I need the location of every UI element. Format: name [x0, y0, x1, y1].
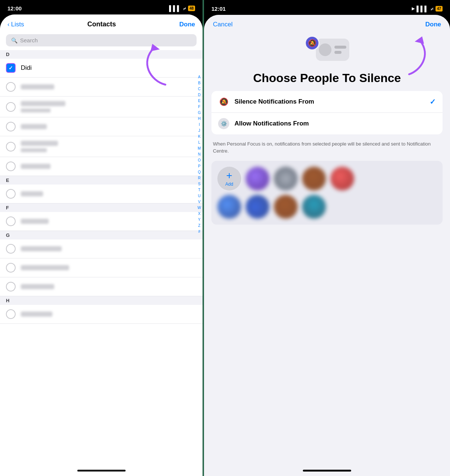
contact-row-blurred-3[interactable]: [0, 117, 203, 136]
contact-info-g1: [21, 246, 197, 251]
section-header-e: E: [0, 176, 203, 185]
home-indicator-left: [77, 470, 126, 472]
blurred-name-1: [21, 84, 54, 89]
screen-right: Cancel Done 🔕: [204, 15, 450, 476]
nav-back-label[interactable]: Lists: [11, 21, 24, 28]
alpha-x[interactable]: X: [198, 211, 201, 216]
contact-info-e1: [21, 191, 197, 196]
radio-e1[interactable]: [6, 189, 16, 199]
radio-blurred-1[interactable]: [6, 82, 16, 92]
contact-info-blurred-2: [21, 101, 197, 113]
alpha-y[interactable]: Y: [198, 217, 201, 222]
blurred-sub-4: [21, 148, 47, 152]
radio-f1[interactable]: [6, 216, 16, 226]
alpha-p[interactable]: P: [198, 163, 201, 169]
left-phone: 12:00 ▌▌▌ ⌿ 48 ‹ Lists Contacts Done 🔍 S…: [0, 0, 203, 476]
section-header-g: G: [0, 231, 203, 239]
avatar-5: [217, 195, 241, 219]
avatar-8: [302, 195, 326, 219]
cancel-button[interactable]: Cancel: [213, 21, 233, 28]
alpha-hash[interactable]: #: [198, 229, 201, 234]
signal-icon-right: ▌▌▌: [417, 6, 428, 12]
contact-row-e1[interactable]: [0, 185, 203, 203]
chevron-left-icon: ‹: [7, 21, 10, 28]
radio-h1[interactable]: [6, 309, 16, 319]
alpha-index[interactable]: A B C D E F G H I J K L M N O P Q R S T …: [198, 74, 201, 234]
alpha-i[interactable]: I: [198, 122, 201, 127]
alpha-o[interactable]: O: [198, 157, 201, 163]
blurred-name-e1: [21, 191, 43, 196]
alpha-a[interactable]: A: [198, 74, 201, 80]
blurred-name-2: [21, 101, 65, 106]
alpha-t[interactable]: T: [198, 187, 201, 193]
wifi-icon: ⌿: [183, 5, 186, 12]
radio-blurred-4[interactable]: [6, 142, 16, 151]
nav-back-button[interactable]: ‹ Lists: [7, 21, 24, 28]
contact-row-g1[interactable]: [0, 239, 203, 258]
contact-info-blurred-5: [21, 164, 197, 169]
alpha-h[interactable]: H: [198, 116, 201, 121]
contact-row-g3[interactable]: [0, 277, 203, 296]
bell-muted-icon: 🔕: [218, 96, 229, 107]
alpha-q[interactable]: Q: [198, 169, 201, 175]
option-row-allow[interactable]: ⚙️ Allow Notifications From: [211, 113, 443, 134]
alpha-e[interactable]: E: [198, 98, 201, 104]
alpha-n[interactable]: N: [198, 151, 201, 157]
right-phone: 12:01 ▸ ▌▌▌ ⌿ 47 Cancel Done: [204, 0, 450, 476]
alpha-z[interactable]: Z: [198, 223, 201, 228]
contact-row-blurred-4[interactable]: [0, 136, 203, 157]
alpha-w[interactable]: W: [198, 205, 201, 211]
location-icon: ▸: [412, 5, 415, 12]
svg-marker-0: [150, 44, 160, 51]
contact-row-g2[interactable]: [0, 258, 203, 277]
checkbox-didi[interactable]: ✓: [6, 63, 16, 73]
done-button-left[interactable]: Done: [179, 21, 195, 28]
done-button-right[interactable]: Done: [425, 21, 441, 28]
alpha-j[interactable]: J: [198, 128, 201, 133]
alpha-v[interactable]: V: [198, 199, 201, 205]
contact-info-g2: [21, 265, 197, 270]
blurred-name-g2: [21, 265, 69, 270]
contact-info-h1: [21, 312, 197, 317]
alpha-u[interactable]: U: [198, 193, 201, 199]
contact-info-g3: [21, 284, 197, 289]
wifi-icon-right: ⌿: [430, 6, 434, 12]
blurred-name-h1: [21, 312, 52, 317]
blurred-sub-2: [21, 108, 51, 113]
alpha-b[interactable]: B: [198, 80, 201, 86]
alpha-l[interactable]: L: [198, 140, 201, 145]
alpha-c[interactable]: C: [198, 86, 201, 92]
status-icons-right: ▸ ▌▌▌ ⌿ 47: [412, 5, 443, 12]
alpha-k[interactable]: K: [198, 134, 201, 139]
contact-row-blurred-5[interactable]: [0, 157, 203, 176]
contact-row-f1[interactable]: [0, 212, 203, 231]
radio-g3[interactable]: [6, 282, 16, 291]
search-placeholder: Search: [20, 37, 38, 43]
radio-blurred-3[interactable]: [6, 122, 16, 131]
hero-line-2: [334, 51, 341, 54]
contact-row-h1[interactable]: [0, 305, 203, 324]
add-person-button[interactable]: + Add: [217, 167, 241, 190]
people-row-1: + Add: [217, 167, 437, 190]
contact-row-blurred-2[interactable]: [0, 97, 203, 117]
alpha-d[interactable]: D: [198, 92, 201, 98]
search-icon: 🔍: [11, 38, 17, 43]
hero-person-avatar: [319, 43, 331, 56]
signal-icon: ▌▌▌: [169, 5, 181, 12]
blurred-name-f1: [21, 219, 49, 224]
alpha-s[interactable]: S: [198, 181, 201, 187]
radio-blurred-5[interactable]: [6, 162, 16, 171]
radio-g2[interactable]: [6, 263, 16, 273]
alpha-g[interactable]: G: [198, 110, 201, 115]
alpha-m[interactable]: M: [198, 146, 201, 151]
alpha-r[interactable]: R: [198, 175, 201, 181]
blurred-name-3: [21, 124, 47, 129]
arrow-indicator-left: [143, 40, 188, 90]
alpha-f[interactable]: F: [198, 104, 201, 110]
radio-g1[interactable]: [6, 244, 16, 254]
blurred-name-g3: [21, 284, 54, 289]
option-row-silence[interactable]: 🔕 Silence Notifications From ✓: [211, 91, 443, 113]
hero-lines: [334, 46, 346, 54]
contact-info-blurred-3: [21, 124, 197, 129]
radio-blurred-2[interactable]: [6, 102, 16, 112]
